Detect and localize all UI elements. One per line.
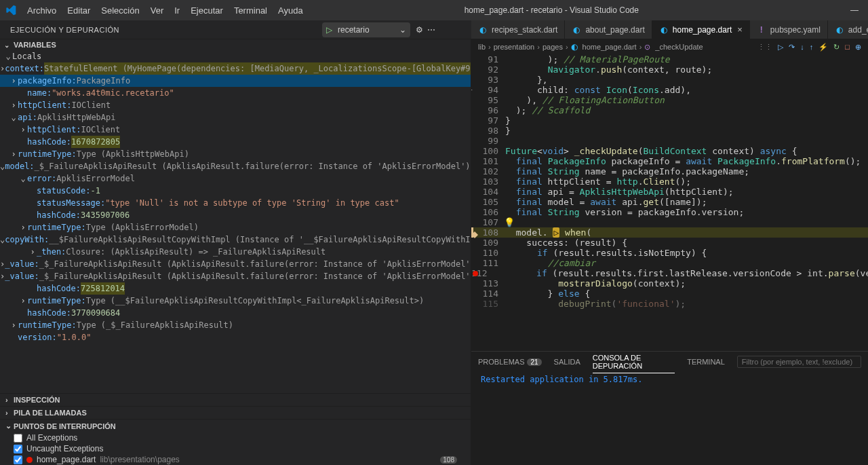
line-number[interactable]: 114 (471, 289, 505, 299)
variable-row[interactable]: copyWith: __$FailureApklisApiResultCopyW… (0, 234, 471, 246)
variable-row[interactable]: statusMessage: "type 'Null' is not a sub… (0, 197, 471, 209)
line-number[interactable]: 92 (471, 64, 505, 75)
variable-row[interactable]: context: StatefulElement (MyHomePage(dep… (0, 62, 471, 75)
start-debug-icon[interactable]: ▷ (326, 25, 332, 35)
variable-row[interactable]: hashCode: 3770090684 (0, 307, 471, 319)
variable-row[interactable]: runtimeType: Type (ApklisHttpWebApi) (0, 148, 471, 160)
variables-header[interactable]: VARIABLES (0, 39, 471, 50)
code-line[interactable]: 98} (471, 126, 868, 136)
bp-uncaught-checkbox[interactable] (14, 445, 22, 453)
variable-row[interactable]: _value: _$_FailureApklisApiResult (Apkli… (0, 270, 471, 282)
code-line[interactable]: 99 (471, 136, 868, 146)
step-into-icon[interactable]: ↓ (800, 43, 804, 51)
tab-pubspec-yaml[interactable]: pubspec.yaml (750, 20, 828, 39)
tab-about_page-dart[interactable]: about_page.dart (565, 20, 652, 39)
code-line[interactable]: 94+ child: const Icon(Icons.add), (471, 85, 868, 95)
code-line[interactable]: 104 final api = ApklisHttpWebApi(httpCli… (471, 187, 868, 197)
inspect-icon[interactable]: ⊕ (855, 43, 861, 52)
line-number[interactable]: 93 (471, 75, 505, 85)
menu-ejecutar[interactable]: Ejecutar (185, 5, 229, 16)
minimize-icon[interactable]: — (850, 5, 857, 15)
restart-icon[interactable]: ↻ (833, 43, 840, 52)
variable-row[interactable]: model: _$_FailureApklisApiResult (Apklis… (0, 160, 471, 172)
chevron-down-icon[interactable]: ⌄ (399, 25, 406, 35)
breadcrumb[interactable]: libpresentationpageshome_page.dart⊙_chec… (478, 42, 703, 52)
line-number[interactable]: 109 (471, 238, 505, 248)
breadcrumb-segment[interactable]: _checkUpdate (655, 43, 703, 51)
line-number[interactable]: 98 (471, 126, 505, 136)
variable-row[interactable]: error: ApklisErrorModel (0, 172, 471, 185)
line-number[interactable]: 91 (471, 54, 505, 64)
callstack-header[interactable]: PILA DE LLAMADAS (0, 406, 471, 419)
code-line[interactable]: 109 success: (result) { (471, 238, 868, 248)
code-line[interactable]: 108 model. ▷ when( (471, 227, 868, 238)
line-number[interactable]: 96 (471, 105, 505, 115)
variable-row[interactable]: _then: Closure: (ApklisApiResult) => _Fa… (0, 246, 471, 258)
tab-debug-console[interactable]: CONSOLA DE DEPURACIÓN (593, 351, 675, 373)
line-number[interactable]: 102 (471, 166, 505, 176)
line-number[interactable]: 107 (471, 217, 505, 227)
variable-row[interactable]: version: "1.0.0" (0, 331, 471, 343)
line-number[interactable]: 94+ (471, 85, 505, 95)
menu-seleccion[interactable]: Selección (96, 5, 144, 16)
breadcrumb-segment[interactable]: presentation (494, 43, 535, 51)
debug-config-selector[interactable]: ▷ recetario ⌄ (322, 22, 410, 37)
code-line[interactable]: 103 final httpClient = http.Client(); (471, 176, 868, 187)
code-line[interactable]: 105 final model = await api.get([name]); (471, 197, 868, 207)
gutter-plus-icon[interactable]: + (471, 85, 473, 95)
code-editor[interactable]: 91 ); // MaterialPageRoute92 Navigator.p… (471, 54, 868, 351)
code-line[interactable]: 100Future<void> _checkUpdate(BuildContex… (471, 146, 868, 156)
watch-header[interactable]: INSPECCIÓN (0, 393, 471, 406)
breadcrumb-segment[interactable]: pages (542, 43, 563, 51)
breadcrumb-segment[interactable]: lib (478, 43, 486, 51)
line-number[interactable]: 99 (471, 136, 505, 146)
variable-row[interactable]: runtimeType: Type (_$_FailureApklisApiRe… (0, 319, 471, 331)
line-number[interactable]: 101 (471, 156, 505, 166)
lightbulb-icon[interactable]: 💡 (504, 217, 515, 227)
tab-home_page-dart[interactable]: home_page.dart× (652, 20, 750, 39)
bp-all-exceptions[interactable]: All Exceptions (0, 432, 471, 443)
variable-row[interactable]: hashCode: 3435907006 (0, 209, 471, 221)
code-line[interactable]: 114 } else { (471, 289, 868, 299)
line-number[interactable]: 110 (471, 248, 505, 258)
tab-add_edit_rec[interactable]: add_edit_rec (828, 20, 868, 39)
tab-problems[interactable]: PROBLEMAS21 (478, 355, 542, 369)
more-icon[interactable]: ⋯ (427, 25, 435, 35)
line-number[interactable]: 100 (471, 146, 505, 156)
variable-row[interactable]: hashCode: 1670872805 (0, 136, 471, 148)
code-line[interactable]: 113 mostrarDialogo(context); (471, 278, 868, 289)
line-number[interactable]: 105 (471, 197, 505, 207)
variable-row[interactable]: statusCode: -1 (0, 185, 471, 197)
code-line[interactable]: 91 ); // MaterialPageRoute (471, 54, 868, 64)
line-number[interactable]: 95 (471, 95, 505, 105)
locals-scope[interactable]: Locals (0, 50, 471, 62)
line-number[interactable]: 103 (471, 176, 505, 187)
line-number[interactable]: 104 (471, 187, 505, 197)
breakpoints-header[interactable]: PUNTOS DE INTERRUPCIÓN (0, 419, 471, 432)
code-line[interactable]: 110 if (result.results.isNotEmpty) { (471, 248, 868, 258)
step-over-icon[interactable]: ↷ (789, 43, 795, 52)
tab-recipes_stack-dart[interactable]: recipes_stack.dart (471, 20, 565, 39)
bp-file-checkbox[interactable] (14, 455, 22, 464)
code-line[interactable]: 111 //cambiar (471, 258, 868, 268)
close-icon[interactable]: × (737, 24, 743, 35)
code-line[interactable]: 106 final String version = packageInfo.v… (471, 207, 868, 217)
code-line[interactable]: 115 debugPrint('funcional'); (471, 299, 868, 309)
breakpoint-dot-icon[interactable] (473, 271, 478, 276)
gear-icon[interactable]: ⚙ (416, 25, 423, 35)
variable-row[interactable]: api: ApklisHttpWebApi (0, 111, 471, 124)
bp-uncaught-exceptions[interactable]: Uncaught Exceptions (0, 443, 471, 454)
hot-reload-icon[interactable]: ⚡ (818, 43, 828, 52)
code-line[interactable]: 95 ), // FloatingActionButton (471, 95, 868, 105)
menu-ver[interactable]: Ver (145, 5, 170, 16)
variable-row[interactable]: packageInfo: PackageInfo (0, 75, 471, 87)
variable-row[interactable]: _value: _$_FailureApklisApiResult (Apkli… (0, 258, 471, 270)
tab-output[interactable]: SALIDA (554, 355, 580, 369)
code-line[interactable]: 97} (471, 115, 868, 126)
menu-terminal[interactable]: Terminal (229, 5, 273, 16)
bp-file-entry[interactable]: home_page.dart lib\presentation\pages 10… (0, 454, 471, 465)
variable-row[interactable]: httpClient: IOClient (0, 99, 471, 111)
drag-grip-icon[interactable]: ⋮⋮ (757, 43, 772, 52)
line-number[interactable]: 97 (471, 115, 505, 126)
line-number[interactable]: 106 (471, 207, 505, 217)
